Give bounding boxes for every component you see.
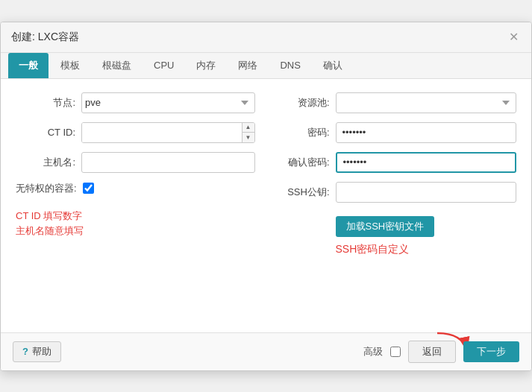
tab-cpu[interactable]: CPU	[143, 54, 184, 77]
unprivileged-row: 无特权的容器:	[16, 182, 255, 195]
pool-label: 资源池:	[278, 96, 330, 110]
ssh-btn-row: 加载SSH密钥文件	[336, 212, 517, 237]
ssh-key-label: SSH公钥:	[278, 186, 330, 199]
password-input[interactable]	[336, 122, 517, 143]
password-label: 密码:	[278, 126, 330, 139]
hostname-input[interactable]: PVE-01	[81, 152, 255, 173]
ssh-key-row: SSH公钥:	[278, 182, 517, 203]
hint-line2: 主机名随意填写	[16, 224, 255, 239]
ssh-hint-row: SSH密码自定义	[336, 243, 517, 256]
tab-dns[interactable]: DNS	[269, 54, 310, 77]
next-button[interactable]: 下一步	[463, 341, 519, 362]
tab-harddisk[interactable]: 根磁盘	[92, 53, 142, 78]
unprivileged-label: 无特权的容器:	[16, 182, 77, 195]
advanced-checkbox[interactable]	[390, 347, 401, 357]
footer-left: ? 帮助	[13, 341, 61, 362]
confirm-password-input[interactable]	[336, 152, 517, 173]
confirm-password-label: 确认密码:	[278, 156, 330, 169]
tab-template[interactable]: 模板	[50, 53, 90, 78]
form-left-col: 节点: pve CT ID: 100 ▲ ▼	[16, 92, 255, 256]
node-select[interactable]: pve	[81, 92, 255, 113]
load-ssh-key-button[interactable]: 加载SSH密钥文件	[336, 216, 435, 237]
unprivileged-checkbox[interactable]	[83, 183, 94, 194]
password-row: 密码:	[278, 122, 517, 143]
ctid-label: CT ID:	[16, 127, 75, 138]
ssh-hint-text: SSH密码自定义	[336, 243, 410, 255]
node-row: 节点: pve	[16, 92, 255, 113]
hostname-row: 主机名: PVE-01	[16, 152, 255, 173]
tab-bar: 一般 模板 根磁盘 CPU 内存 网络 DNS 确认	[1, 53, 531, 79]
create-lxc-dialog: 创建: LXC容器 ✕ 一般 模板 根磁盘 CPU 内存 网络 DNS 确认 节…	[0, 22, 532, 371]
ctid-input[interactable]: 100	[82, 123, 242, 142]
help-label: 帮助	[32, 345, 51, 358]
hostname-label: 主机名:	[16, 156, 75, 169]
pool-select[interactable]	[336, 92, 517, 113]
ctid-increment[interactable]: ▲	[242, 123, 254, 133]
form-right-col: 资源池: 密码: 确认密码: SSH公钥:	[278, 92, 517, 256]
footer-right: 高级 返回 下一步	[363, 341, 519, 363]
tab-memory[interactable]: 内存	[186, 53, 226, 78]
tab-general[interactable]: 一般	[8, 53, 48, 78]
dialog-body: 节点: pve CT ID: 100 ▲ ▼	[1, 79, 531, 332]
pool-row: 资源池:	[278, 92, 517, 113]
close-button[interactable]: ✕	[506, 30, 521, 45]
back-button[interactable]: 返回	[408, 341, 456, 363]
node-label: 节点:	[16, 96, 75, 110]
form-grid: 节点: pve CT ID: 100 ▲ ▼	[16, 92, 516, 256]
tab-confirm[interactable]: 确认	[313, 53, 353, 78]
ctid-spinner: 100 ▲ ▼	[81, 122, 255, 143]
hint-block: CT ID 填写数字 主机名随意填写	[16, 209, 255, 240]
next-wrapper: 下一步	[463, 341, 519, 362]
dialog-footer: ? 帮助 高级 返回 下一步	[1, 332, 531, 370]
ctid-spinner-btns: ▲ ▼	[242, 123, 254, 142]
ssh-key-input[interactable]	[336, 182, 517, 203]
ctid-row: CT ID: 100 ▲ ▼	[16, 122, 255, 143]
tab-network[interactable]: 网络	[228, 53, 268, 78]
help-icon: ?	[22, 346, 28, 357]
dialog-header: 创建: LXC容器 ✕	[1, 22, 531, 53]
ctid-decrement[interactable]: ▼	[242, 133, 254, 142]
advanced-label: 高级	[363, 345, 383, 358]
unprivileged-checkbox-wrapper	[83, 183, 94, 194]
hint-line1: CT ID 填写数字	[16, 209, 255, 224]
dialog-title: 创建: LXC容器	[11, 31, 79, 44]
help-button[interactable]: ? 帮助	[13, 341, 61, 362]
confirm-password-row: 确认密码:	[278, 152, 517, 173]
